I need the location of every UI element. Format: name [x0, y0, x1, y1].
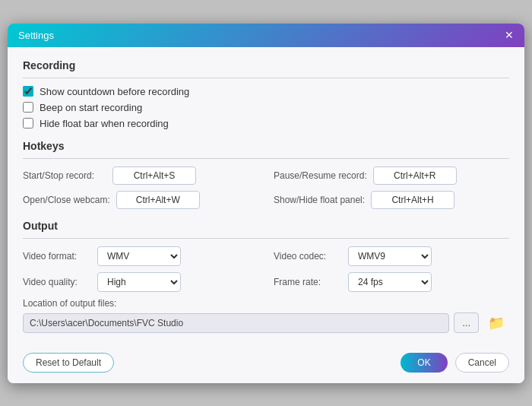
hotkeys-section: Hotkeys Start/Stop record: Pause/Resume …: [23, 140, 509, 209]
hotkey-row-float: Show/Hide float panel:: [274, 191, 509, 209]
output-divider: [23, 238, 509, 239]
pause-resume-input[interactable]: [373, 167, 457, 185]
folder-icon: 📁: [488, 316, 505, 331]
frame-rate-label: Frame rate:: [274, 277, 342, 287]
output-grid: Video format: WMV MP4 AVI Video codec: W…: [23, 246, 509, 292]
hotkey-row-webcam: Open/Close webcam:: [23, 191, 258, 209]
checkbox-row-3: Hide float bar when recording: [23, 118, 509, 129]
frame-rate-row: Frame rate: 24 fps 30 fps 60 fps: [274, 272, 509, 292]
checkbox-row-1: Show countdown before recording: [23, 86, 509, 97]
video-codec-select[interactable]: WMV9 H.264: [348, 246, 432, 266]
output-section-title: Output: [23, 220, 509, 232]
location-input[interactable]: [23, 313, 449, 333]
video-codec-label: Video codec:: [274, 251, 342, 262]
location-row: Location of output files: ... 📁: [23, 298, 509, 335]
hotkey-row-pause: Pause/Resume record:: [274, 167, 509, 185]
video-quality-select[interactable]: High Medium Low: [97, 272, 181, 292]
checkbox-row-2: Beep on start recording: [23, 102, 509, 113]
settings-dialog: Settings ✕ Recording Show countdown befo…: [8, 24, 524, 383]
content-area: Recording Show countdown before recordin…: [8, 47, 524, 345]
reset-default-button[interactable]: Reset to Default: [23, 353, 114, 373]
video-format-row: Video format: WMV MP4 AVI: [23, 246, 258, 266]
video-quality-row: Video quality: High Medium Low: [23, 272, 258, 292]
start-stop-input[interactable]: [112, 167, 196, 185]
start-stop-label: Start/Stop record:: [23, 170, 106, 181]
video-format-select[interactable]: WMV MP4 AVI: [97, 246, 181, 266]
beep-label: Beep on start recording: [40, 102, 142, 113]
video-codec-row: Video codec: WMV9 H.264: [274, 246, 509, 266]
frame-rate-select[interactable]: 24 fps 30 fps 60 fps: [348, 272, 432, 292]
show-hide-float-input[interactable]: [371, 191, 454, 209]
hotkeys-divider: [23, 158, 509, 159]
beep-checkbox[interactable]: [23, 102, 33, 113]
hide-float-label: Hide float bar when recording: [40, 118, 169, 129]
hotkeys-section-title: Hotkeys: [23, 140, 509, 152]
footer: Reset to Default OK Cancel: [8, 345, 524, 383]
location-input-row: ... 📁: [23, 312, 509, 335]
open-folder-button[interactable]: 📁: [483, 312, 509, 335]
footer-right: OK Cancel: [401, 353, 509, 373]
video-quality-label: Video quality:: [23, 277, 91, 287]
location-label: Location of output files:: [23, 298, 509, 309]
browse-dots-button[interactable]: ...: [454, 312, 479, 333]
cancel-button[interactable]: Cancel: [455, 353, 509, 373]
hotkey-row-start: Start/Stop record:: [23, 167, 258, 185]
output-section: Output Video format: WMV MP4 AVI Video c…: [23, 220, 509, 335]
close-button[interactable]: ✕: [505, 30, 514, 40]
open-close-webcam-input[interactable]: [116, 191, 200, 209]
titlebar: Settings ✕: [8, 24, 524, 47]
recording-section-title: Recording: [23, 59, 509, 71]
video-format-label: Video format:: [23, 251, 91, 262]
open-close-webcam-label: Open/Close webcam:: [23, 195, 110, 205]
recording-divider: [23, 78, 509, 78]
ok-button[interactable]: OK: [401, 353, 447, 373]
dialog-title: Settings: [18, 30, 54, 41]
hotkeys-grid: Start/Stop record: Pause/Resume record: …: [23, 167, 509, 209]
hide-float-checkbox[interactable]: [23, 118, 33, 128]
countdown-label: Show countdown before recording: [40, 86, 189, 97]
countdown-checkbox[interactable]: [23, 86, 33, 97]
show-hide-float-label: Show/Hide float panel:: [274, 195, 365, 205]
pause-resume-label: Pause/Resume record:: [274, 170, 367, 181]
